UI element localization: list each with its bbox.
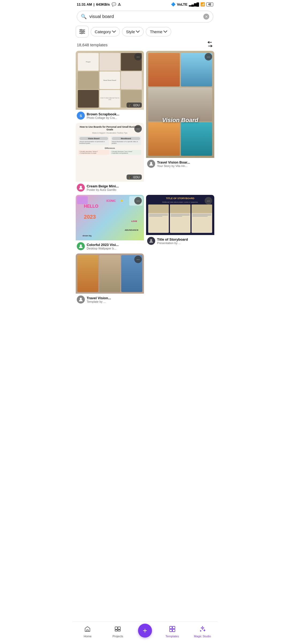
template-meta-cream-beige: Cream Beige Mini... Poster by Aura Garri…: [76, 182, 144, 193]
whatsapp-icon: 💬: [112, 2, 116, 6]
template-meta-storyboard: Title of Storyboard Presentation by ...: [146, 235, 214, 246]
bluetooth-icon: 🔷: [171, 2, 175, 6]
template-card-travel-arch[interactable]: ··· Travel Vision... Template by ...: [76, 253, 144, 305]
template-image-colorful-2023: HELLO 2023 ★ ABUNDANCE dream big LOVE IC…: [76, 195, 144, 240]
template-subtitle: Template by ...: [87, 300, 143, 303]
avatar: [147, 237, 155, 245]
user-icon: [149, 238, 154, 243]
avatar: S: [77, 112, 85, 120]
avatar: [147, 160, 155, 168]
template-subtitle: Photo Collage by Cra...: [87, 116, 143, 119]
search-bar[interactable]: 🔍 ✕: [77, 11, 213, 22]
template-more-button-arch[interactable]: ···: [134, 256, 142, 263]
template-meta-travel-arch: Travel Vision... Template by ...: [76, 294, 144, 305]
status-time: 11:31 AM: [77, 2, 92, 6]
results-row: 18,648 templates: [72, 37, 218, 51]
template-subtitle: Presentation by ...: [157, 241, 213, 245]
template-image-storyboard: TITLE OF STORYBOARD Additional notes abo…: [146, 195, 214, 235]
search-clear-button[interactable]: ✕: [203, 14, 209, 20]
templates-grid: Prayer Read Read Read! HOW TO BECOME BET…: [72, 51, 218, 326]
category-chevron-icon: [112, 30, 116, 33]
template-image-cream-beige: How to Use Boards for Personal and Small…: [76, 123, 144, 182]
search-icon: 🔍: [81, 14, 87, 20]
edu-badge: 🎓EDU: [127, 103, 142, 108]
category-filter-button[interactable]: Category: [91, 27, 120, 36]
avatar: [77, 184, 85, 192]
theme-filter-label: Theme: [150, 29, 162, 34]
status-bar: 11:31 AM | 643KB/s 💬 ⚠ 🔷 VoLTE ▂▄▆█ 📶 42: [72, 0, 218, 9]
template-card-travel-vision[interactable]: Vision Board ··· Travel Vision Boar... Y…: [146, 51, 214, 193]
edu-badge-cream: 🎓EDU: [127, 175, 142, 180]
sliders-icon: [79, 29, 85, 34]
wifi-icon: 📶: [200, 2, 205, 6]
template-more-button-storyboard[interactable]: ···: [205, 197, 212, 204]
theme-chevron-icon: [163, 30, 167, 33]
style-filter-button[interactable]: Style: [122, 27, 144, 36]
template-image-brown-scrapbook: Prayer Read Read Read! HOW TO BECOME BET…: [76, 51, 144, 110]
user-icon: [78, 244, 83, 249]
colorful-2023-preview: HELLO 2023 ★ ABUNDANCE dream big LOVE IC…: [76, 195, 144, 240]
status-data-speed: 643KB/s: [96, 2, 110, 6]
travel-arch-preview: [76, 253, 144, 294]
svg-point-10: [80, 298, 82, 300]
template-image-travel-vision: Vision Board ···: [146, 51, 214, 158]
template-subtitle: Poster by Aura Garrillo: [87, 188, 143, 191]
warning-icon: ⚠: [118, 2, 121, 6]
template-title: Cream Beige Mini...: [87, 184, 143, 188]
category-filter-label: Category: [95, 29, 111, 34]
svg-point-8: [80, 244, 82, 247]
results-count: 18,648 templates: [77, 43, 108, 47]
cream-beige-preview: How to Use Boards for Personal and Small…: [76, 123, 144, 182]
template-more-button-travel[interactable]: ···: [205, 53, 212, 60]
status-right: 🔷 VoLTE ▂▄▆█ 📶 42: [171, 2, 213, 6]
filter-row: Category Style Theme: [72, 26, 218, 37]
template-meta-colorful-2023: Colorful 2023 Visi... Desktop Wallpaper …: [76, 240, 144, 251]
template-more-button[interactable]: ···: [134, 53, 142, 60]
template-card-storyboard[interactable]: TITLE OF STORYBOARD Additional notes abo…: [146, 195, 214, 251]
signal-icon: VoLTE: [177, 2, 187, 6]
template-card-colorful-2023[interactable]: HELLO 2023 ★ ABUNDANCE dream big LOVE IC…: [76, 195, 144, 251]
template-title: Colorful 2023 Visi...: [87, 243, 143, 247]
avatar: [77, 296, 85, 304]
svg-point-1: [81, 29, 82, 31]
template-meta-travel-vision: Travel Vision Boar... Your Story by Vita…: [146, 158, 214, 169]
filter-icon-button[interactable]: [76, 26, 89, 37]
template-title: Title of Storyboard: [157, 237, 213, 241]
theme-filter-button[interactable]: Theme: [146, 27, 171, 36]
svg-point-5: [81, 33, 82, 34]
status-left: 11:31 AM | 643KB/s 💬 ⚠: [77, 2, 121, 6]
template-title: Brown Scrapbook...: [87, 112, 143, 116]
search-input[interactable]: [89, 14, 201, 19]
template-title: Travel Vision Boar...: [157, 160, 213, 164]
template-meta-brown-scrapbook: S Brown Scrapbook... Photo Collage by Cr…: [76, 110, 144, 121]
brown-scrapbook-preview: Prayer Read Read Read! HOW TO BECOME BET…: [76, 51, 144, 110]
status-data: |: [94, 2, 95, 6]
template-card-brown-scrapbook[interactable]: Prayer Read Read Read! HOW TO BECOME BET…: [76, 51, 144, 121]
template-subtitle: Desktop Wallpaper b...: [87, 247, 143, 250]
style-filter-label: Style: [126, 29, 135, 34]
user-icon: [78, 297, 83, 302]
user-icon: [149, 161, 154, 166]
user-icon: [78, 185, 83, 190]
svg-point-3: [83, 31, 84, 32]
bars-icon: ▂▄▆█: [189, 2, 199, 6]
template-image-travel-arch: ···: [76, 253, 144, 294]
battery-indicator: 42: [206, 2, 213, 6]
template-more-button-cream[interactable]: ···: [134, 125, 142, 132]
svg-point-9: [150, 239, 152, 241]
template-more-button-colorful[interactable]: ···: [134, 197, 142, 204]
svg-point-7: [80, 186, 82, 188]
style-chevron-icon: [136, 30, 140, 33]
template-card-cream-beige[interactable]: How to Use Boards for Personal and Small…: [76, 123, 144, 193]
template-subtitle: Your Story by Vita Hn...: [157, 164, 213, 168]
sort-button[interactable]: [207, 41, 213, 48]
storyboard-preview: TITLE OF STORYBOARD Additional notes abo…: [146, 195, 214, 235]
template-title: Travel Vision...: [87, 296, 143, 300]
svg-point-6: [150, 162, 152, 164]
avatar: [77, 242, 85, 250]
travel-vision-preview: Vision Board: [146, 51, 214, 158]
